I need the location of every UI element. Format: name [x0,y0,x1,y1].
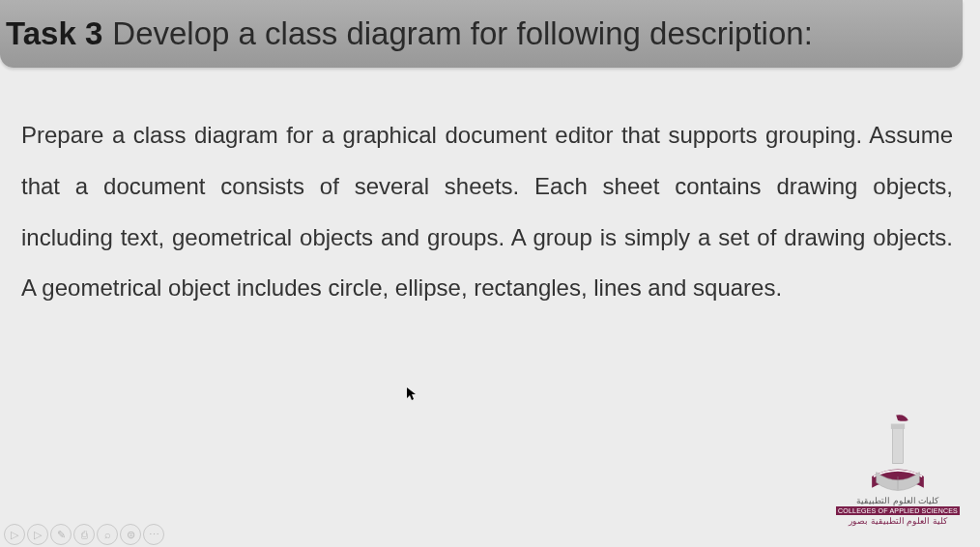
logo-text-en: COLLEGES OF APPLIED SCIENCES [836,506,960,515]
bottom-toolbar: ▷ ▷ ✎ ⎙ ⌕ ⊜ ⋯ [0,522,168,547]
toolbar-btn-7[interactable]: ⋯ [143,524,164,545]
svg-rect-1 [891,424,905,429]
institution-logo: كليات العلوم التطبيقية COLLEGES OF APPLI… [835,412,961,526]
mouse-cursor-icon [406,387,418,402]
slide-title-bar: Task 3 Develop a class diagram for follo… [0,0,963,68]
logo-graphic [854,412,941,494]
toolbar-btn-1[interactable]: ▷ [4,524,25,545]
title-bold: Task 3 [6,15,102,52]
toolbar-btn-3[interactable]: ✎ [50,524,72,545]
toolbar-btn-4[interactable]: ⎙ [73,524,95,545]
logo-text-ar-bottom: كلية العلوم التطبيقية بصور [835,516,961,526]
title-rest: Develop a class diagram for following de… [112,15,813,52]
svg-rect-0 [893,427,904,464]
toolbar-btn-6[interactable]: ⊜ [120,524,141,545]
logo-text-ar-top: كليات العلوم التطبيقية [835,496,961,505]
toolbar-btn-5[interactable]: ⌕ [97,524,118,545]
toolbar-btn-2[interactable]: ▷ [27,524,48,545]
task-description: Prepare a class diagram for a graphical … [0,68,980,314]
